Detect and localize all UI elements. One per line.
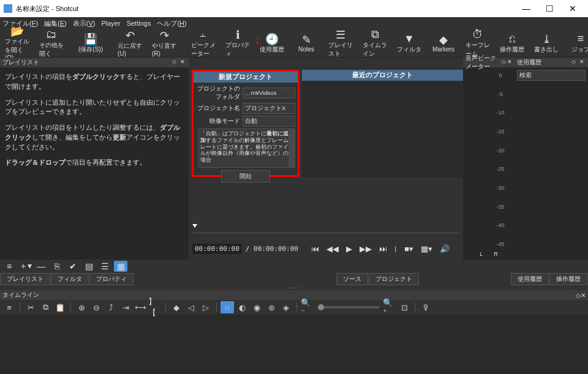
ripple-markers-icon[interactable]: ◈ xyxy=(279,301,293,313)
toolbar-undo-button[interactable]: ↶元に戻す(U) xyxy=(113,29,147,57)
panel-float-icon[interactable]: ◇ xyxy=(570,59,577,66)
insert-icon[interactable]: ⇥ xyxy=(119,301,132,313)
history-search-input[interactable]: 検索 xyxy=(517,70,586,81)
start-button[interactable]: 開始 xyxy=(221,170,270,182)
panel-float-icon[interactable]: ◇ xyxy=(170,59,178,66)
skip-end-icon[interactable]: ⏭ xyxy=(377,244,389,253)
meter-tick: -10 xyxy=(491,110,510,116)
playlist-header: プレイリスト ◇ ✕ xyxy=(0,58,189,67)
menu-icon[interactable]: ≡ xyxy=(2,261,16,272)
meter-tick: 0 xyxy=(491,72,510,78)
toolbar-hist-button[interactable]: ⎌操作履歴 xyxy=(495,29,529,57)
project-name-input[interactable]: プロジェクトX xyxy=(243,103,295,114)
center-tab[interactable]: ソース xyxy=(336,273,368,285)
skip-start-icon[interactable]: ⏮ xyxy=(309,244,321,253)
toolbar-tl-button[interactable]: ⧉タイムライン xyxy=(358,29,392,57)
view-detail-icon[interactable]: ▤ xyxy=(82,261,96,272)
menu-Player[interactable]: Player xyxy=(101,20,120,27)
overwrite-icon[interactable]: ⟷ xyxy=(134,301,147,313)
marker-icon[interactable]: ◆ xyxy=(170,301,183,313)
panel-close-icon[interactable]: ✕ xyxy=(578,59,586,66)
panel-close-icon[interactable]: ✕ xyxy=(179,59,186,66)
menu-Settings[interactable]: Settings xyxy=(127,20,151,27)
folder-icon: 📂 xyxy=(10,25,24,37)
view-list-icon[interactable]: ☰ xyxy=(98,261,111,272)
menu-ヘルプ[interactable]: ヘルプ(H) xyxy=(157,19,186,28)
scrollbar[interactable] xyxy=(288,129,295,167)
recent-project-list[interactable] xyxy=(302,81,463,177)
zoom-fit-icon[interactable]: ⊡ xyxy=(398,301,411,313)
remove-icon[interactable]: ⊖ xyxy=(89,301,103,313)
ripple-icon[interactable]: ◉ xyxy=(250,301,263,313)
record-icon[interactable]: 🎙 xyxy=(419,301,432,313)
folder-dropdown[interactable]: …m¥Videos xyxy=(243,88,295,99)
menu-編集[interactable]: 編集(E) xyxy=(44,19,67,28)
snap-icon[interactable]: ∩ xyxy=(221,301,234,313)
panel-close-icon[interactable]: ✕ xyxy=(507,59,512,66)
meter-icon: ⫠ xyxy=(198,29,209,41)
scrub-bar[interactable] xyxy=(192,230,459,239)
left-tab[interactable]: フィルタ xyxy=(51,273,89,285)
panel-float-icon[interactable]: ◇ xyxy=(576,292,581,299)
window-titlebar: 名称未設定 - Shotcut — ☐ ✕ xyxy=(0,0,588,17)
center-tab[interactable]: プロジェクト xyxy=(369,273,419,285)
toolbar-export-button[interactable]: ⤓書き出し xyxy=(529,29,564,57)
close-button[interactable]: ✕ xyxy=(561,0,584,17)
right-tab[interactable]: 使用履歴 xyxy=(511,273,549,285)
splitter-handle[interactable]: ⋯⋯⋯ xyxy=(0,285,588,290)
copy-icon[interactable]: ⧉ xyxy=(39,301,52,313)
playhead-icon[interactable] xyxy=(192,224,197,228)
remove-icon[interactable]: — xyxy=(34,261,48,272)
left-tab[interactable]: プレイリスト xyxy=(0,273,50,285)
stop-icon[interactable]: ■▾ xyxy=(402,244,415,253)
zoom-out-icon[interactable]: 🔍⁻ xyxy=(301,301,314,313)
video-mode-dropdown[interactable]: 自動 xyxy=(243,116,295,127)
add-icon[interactable]: ＋▾ xyxy=(18,261,32,272)
cut-icon[interactable]: ✂ xyxy=(24,301,37,313)
prev-marker-icon[interactable]: ◁ xyxy=(184,301,198,313)
toolbar-funnel-button[interactable]: ▼フィルタ xyxy=(392,29,426,57)
scrub-icon[interactable]: ◐ xyxy=(235,301,249,313)
minimize-button[interactable]: — xyxy=(514,0,538,17)
volume-icon[interactable]: 🔊 xyxy=(438,244,451,253)
toolbar-notes-button[interactable]: ✎Notes xyxy=(289,29,323,57)
zoom-in-icon[interactable]: 🔍⁺ xyxy=(383,301,396,313)
next-marker-icon[interactable]: ▷ xyxy=(199,301,213,313)
toolbar-marker-button[interactable]: ◆Markers xyxy=(426,29,461,57)
zoom-slider[interactable] xyxy=(318,306,379,309)
toolbar-info-button[interactable]: ℹプロパティ xyxy=(221,29,255,57)
insert-icon[interactable]: ⎘ xyxy=(50,261,64,272)
update-icon[interactable]: ✔ xyxy=(66,261,80,272)
save-icon: 💾 xyxy=(84,33,97,45)
ripple-all-icon[interactable]: ⊛ xyxy=(265,301,278,313)
tl-icon: ⧉ xyxy=(371,29,379,41)
panel-close-icon[interactable]: ✕ xyxy=(581,292,586,299)
toolbar-folders-button[interactable]: 🗂その他を開く xyxy=(34,29,69,57)
toolbar-redo-button[interactable]: ↷やり直す(R) xyxy=(147,29,181,57)
maximize-button[interactable]: ☐ xyxy=(538,0,561,17)
toolbar-save-button[interactable]: 💾(保存(S)) xyxy=(74,29,108,57)
toolbar-folder-button[interactable]: 📂ファイルを開く(O) xyxy=(0,29,34,57)
right-tab[interactable]: 操作履歴 xyxy=(549,273,587,285)
rewind-icon[interactable]: ◀◀ xyxy=(325,244,341,253)
split-icon[interactable]: 】【 xyxy=(148,301,162,313)
panel-float-icon[interactable]: ◇ xyxy=(501,59,506,66)
timeline-tracks[interactable] xyxy=(0,315,588,374)
meter-tick: -40 xyxy=(491,222,510,228)
toolbar-list-button[interactable]: ☰プレイリスト xyxy=(323,29,358,57)
paste-icon[interactable]: 📋 xyxy=(53,301,67,313)
play-icon[interactable]: ▶ xyxy=(344,244,354,253)
tl-menu-icon[interactable]: ≡ xyxy=(2,301,16,313)
toolbar-kf-button[interactable]: ⏱キーフレーム xyxy=(461,29,495,57)
timeline-toolbar: ≡ ✂ ⧉ 📋 ⊕ ⊖ ⤴ ⇥ ⟷ 】【 ◆ ◁ ▷ ∩ ◐ ◉ ⊛ ◈ 🔍⁻ … xyxy=(0,300,588,315)
forward-icon[interactable]: ▶▶ xyxy=(358,244,374,253)
lift-icon[interactable]: ⤴ xyxy=(104,301,118,313)
left-tab[interactable]: プロパティ xyxy=(89,273,134,285)
append-icon[interactable]: ⊕ xyxy=(75,301,88,313)
menu-表示[interactable]: 表示(V) xyxy=(73,19,96,28)
toolbar-jobs-button[interactable]: ≡ジョブ xyxy=(564,29,588,57)
toolbar-meter-button[interactable]: ⫠ピークメーター xyxy=(186,29,221,57)
grid-icon[interactable]: ▦▾ xyxy=(419,244,434,253)
view-grid-icon[interactable]: ▦ xyxy=(114,261,127,272)
timecode-current[interactable]: 00:00:00:00 xyxy=(192,244,242,254)
